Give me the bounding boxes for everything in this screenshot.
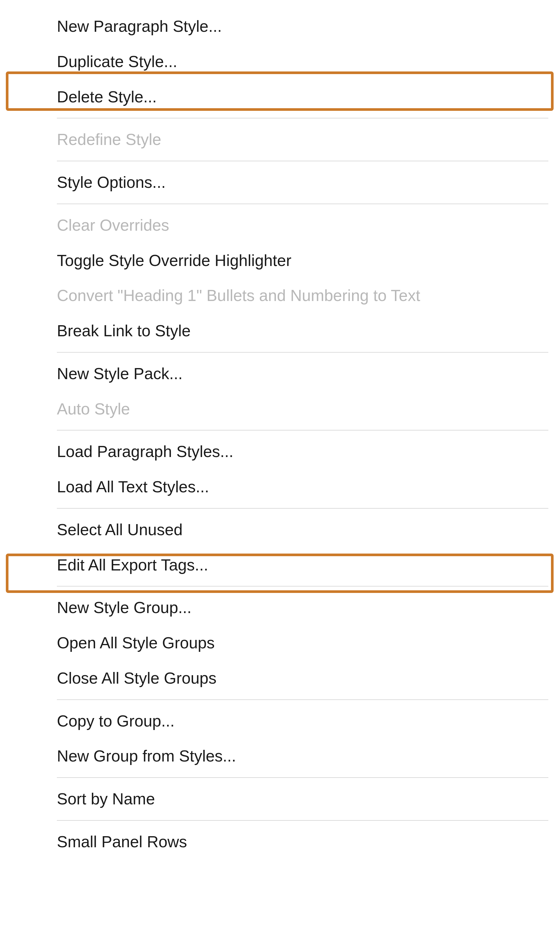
menu-item-close-all-groups[interactable]: Close All Style Groups xyxy=(0,661,560,696)
menu-divider xyxy=(57,777,548,778)
menu-item-load-all-text-styles[interactable]: Load All Text Styles... xyxy=(0,469,560,505)
menu-item-load-paragraph-styles[interactable]: Load Paragraph Styles... xyxy=(0,434,560,469)
menu-item-small-panel-rows[interactable]: Small Panel Rows xyxy=(0,824,560,859)
menu-divider xyxy=(57,204,548,204)
menu-divider xyxy=(57,161,548,161)
menu-item-edit-export-tags[interactable]: Edit All Export Tags... xyxy=(0,548,560,583)
menu-item-auto-style: Auto Style xyxy=(0,391,560,427)
menu-item-break-link[interactable]: Break Link to Style xyxy=(0,313,560,348)
menu-item-open-all-groups[interactable]: Open All Style Groups xyxy=(0,625,560,661)
menu-item-new-group-from-styles[interactable]: New Group from Styles... xyxy=(0,738,560,774)
menu-divider xyxy=(57,430,548,430)
menu-item-new-style-pack[interactable]: New Style Pack... xyxy=(0,356,560,391)
menu-item-select-all-unused[interactable]: Select All Unused xyxy=(0,512,560,548)
menu-item-copy-to-group[interactable]: Copy to Group... xyxy=(0,704,560,739)
menu-item-clear-overrides: Clear Overrides xyxy=(0,208,560,243)
menu-item-duplicate-style[interactable]: Duplicate Style... xyxy=(0,44,560,79)
menu-item-new-paragraph-style[interactable]: New Paragraph Style... xyxy=(0,9,560,44)
menu-divider xyxy=(57,699,548,700)
context-menu: New Paragraph Style... Duplicate Style..… xyxy=(0,0,560,871)
menu-item-new-style-group[interactable]: New Style Group... xyxy=(0,590,560,625)
menu-item-toggle-override-highlighter[interactable]: Toggle Style Override Highlighter xyxy=(0,243,560,278)
menu-divider xyxy=(57,508,548,508)
menu-item-sort-by-name[interactable]: Sort by Name xyxy=(0,781,560,817)
menu-divider xyxy=(57,118,548,118)
menu-divider xyxy=(57,586,548,587)
menu-item-delete-style[interactable]: Delete Style... xyxy=(0,79,560,115)
menu-divider xyxy=(57,352,548,353)
menu-item-style-options[interactable]: Style Options... xyxy=(0,165,560,200)
menu-divider xyxy=(57,820,548,821)
menu-item-convert-bullets: Convert "Heading 1" Bullets and Numberin… xyxy=(0,278,560,313)
menu-item-redefine-style: Redefine Style xyxy=(0,122,560,157)
